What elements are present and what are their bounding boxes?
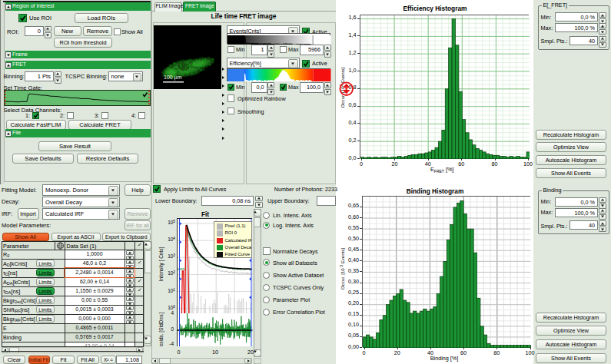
svg-text:100 µm: 100 µm [164,74,182,81]
